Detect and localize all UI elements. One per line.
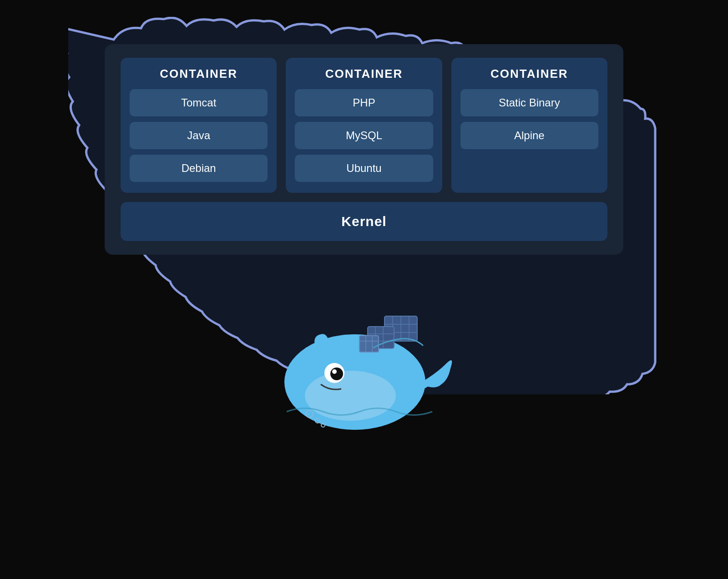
container-3: CONTAINER Static Binary Alpine [451,58,607,193]
container-2-layer-0: PHP [295,89,433,116]
kernel-bar: Kernel [121,202,607,241]
container-2-layer-1: MySQL [295,122,433,149]
svg-point-2 [305,371,396,421]
container-3-layer-0: Static Binary [460,89,598,116]
containers-row: CONTAINER Tomcat Java Debian CONTAINER P… [121,58,607,193]
container-3-title: CONTAINER [490,67,568,81]
container-2: CONTAINER PHP MySQL Ubuntu [286,58,442,193]
container-1-layer-2: Debian [130,155,268,182]
scene: CONTAINER Tomcat Java Debian CONTAINER P… [68,17,660,563]
kernel-label: Kernel [341,214,386,229]
svg-rect-20 [359,336,379,352]
container-1-layer-1: Java [130,122,268,149]
docker-whale-area [250,250,478,432]
container-1-layer-0: Tomcat [130,89,268,116]
svg-point-4 [330,368,343,380]
container-2-title: CONTAINER [325,67,403,81]
container-1-title: CONTAINER [160,67,238,81]
container-3-layer-1: Alpine [460,122,598,149]
container-2-layer-2: Ubuntu [295,155,433,182]
svg-point-5 [332,369,337,374]
docker-whale-svg [250,250,478,432]
main-panel: CONTAINER Tomcat Java Debian CONTAINER P… [105,44,623,255]
container-1: CONTAINER Tomcat Java Debian [121,58,277,193]
